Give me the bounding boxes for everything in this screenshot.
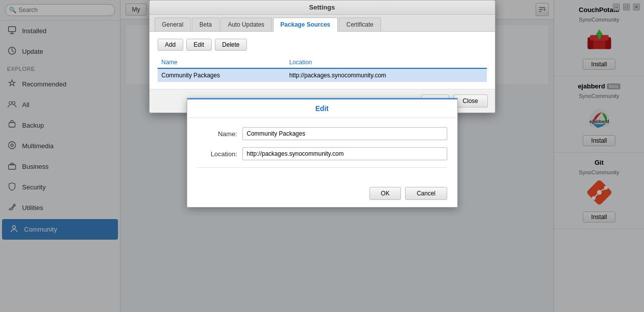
row-location: http://packages.synocommunity.com xyxy=(285,68,486,82)
edit-dialog-title: Edit xyxy=(187,99,457,118)
tab-certificate[interactable]: Certificate xyxy=(339,18,381,31)
settings-modal-title: Settings xyxy=(150,1,495,15)
sources-table: Name Location Community Packages http://… xyxy=(158,57,487,82)
edit-location-label: Location: xyxy=(197,150,237,158)
row-name: Community Packages xyxy=(158,68,286,82)
add-source-button[interactable]: Add xyxy=(158,39,183,51)
delete-source-button[interactable]: Delete xyxy=(215,39,247,51)
edit-name-row: Name: xyxy=(197,127,447,140)
tab-general[interactable]: General xyxy=(155,18,191,31)
table-row[interactable]: Community Packages http://packages.synoc… xyxy=(158,68,487,82)
tab-beta[interactable]: Beta xyxy=(192,18,219,31)
table-col-name: Name xyxy=(158,57,286,68)
edit-source-button[interactable]: Edit xyxy=(186,39,212,51)
edit-dialog-footer: OK Cancel xyxy=(187,182,457,207)
app-window: 🔍 Installed Update Explore Recommended xyxy=(0,0,644,312)
tab-package-sources[interactable]: Package Sources xyxy=(273,18,338,32)
tab-auto-updates[interactable]: Auto Updates xyxy=(220,18,272,31)
edit-location-input[interactable] xyxy=(242,147,447,160)
settings-modal-body: Add Edit Delete Name Location Community … xyxy=(150,32,495,89)
settings-close-button[interactable]: Close xyxy=(453,94,488,108)
edit-cancel-button[interactable]: Cancel xyxy=(405,187,447,200)
table-col-location: Location xyxy=(285,57,486,68)
edit-ok-button[interactable]: OK xyxy=(369,187,401,200)
edit-name-input[interactable] xyxy=(242,127,447,140)
edit-location-row: Location: xyxy=(197,147,447,160)
edit-dialog-body: Name: Location: xyxy=(187,118,457,182)
settings-tabs: General Beta Auto Updates Package Source… xyxy=(150,15,495,32)
edit-dialog: Edit Name: Location: OK Cancel xyxy=(187,98,458,207)
modal-action-buttons: Add Edit Delete xyxy=(158,39,487,51)
edit-name-label: Name: xyxy=(197,130,237,138)
edit-divider xyxy=(197,167,447,168)
settings-modal: Settings General Beta Auto Updates Packa… xyxy=(149,0,495,113)
